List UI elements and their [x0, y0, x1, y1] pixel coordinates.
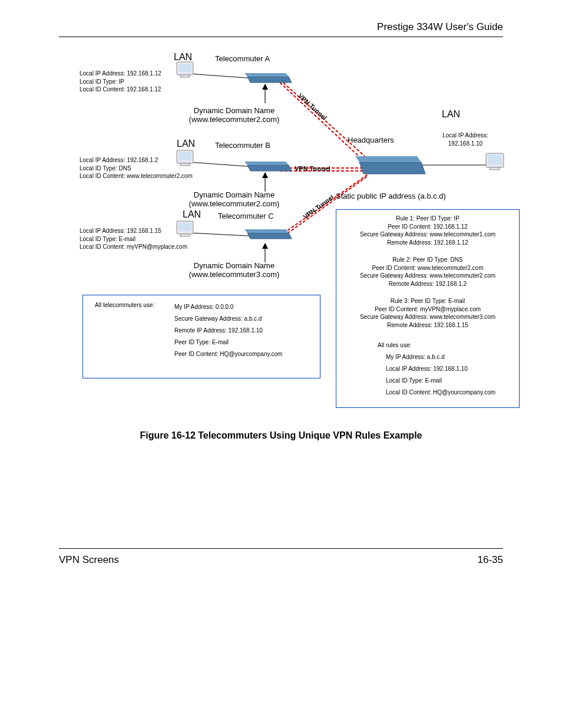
svg-line-5 [280, 83, 368, 165]
telecommuter-c-title: Telecommuter C [218, 212, 274, 220]
router-c-icon [244, 229, 292, 239]
hq-r1d: Remote Address: 192.168.1.12 [342, 239, 513, 247]
router-a-icon [244, 73, 292, 83]
page-header-title: Prestige 334W User's Guide [377, 21, 503, 33]
figure-caption: Figure 16-12 Telecommuters Using Unique … [0, 430, 562, 441]
telecommuter-a-title: Telecommuter A [215, 54, 270, 63]
hq-r1c: Secure Gateway Address: www.telecommuter… [342, 230, 513, 239]
lan-a-label: LAN [174, 52, 192, 62]
svg-marker-22 [359, 162, 425, 174]
svg-marker-23 [355, 156, 421, 162]
hq-rules-box: Rule 1: Peer ID Type: IP Peer ID Content… [336, 209, 520, 408]
node-b-l1: Local IP Address: 192.168.1.2 [80, 156, 193, 164]
hq-alltitle: All rules use: [378, 340, 495, 351]
vpn-tunnel-b-label: VPN Tunnel [295, 165, 330, 172]
ddn-c-2: (www.telecommuter3.com) [177, 270, 292, 279]
header-rule [59, 37, 503, 37]
pc-hq-icon [486, 153, 504, 170]
ddn-c: Dynamic Domain Name (www.telecommuter3.c… [177, 261, 292, 279]
tcbox-l5: Peer ID Content: HQ@yourcompany.com [174, 348, 282, 360]
hq-allrules: All rules use: My IP Address: a.b.c.d Lo… [378, 340, 495, 398]
telecommuter-b-title: Telecommuter B [215, 141, 270, 150]
svg-rect-35 [490, 167, 500, 170]
hq-local-ip-l1: Local IP Address: [424, 131, 507, 140]
document-page: Prestige 334W User's Guide [0, 0, 562, 728]
ddn-c-1: Dynamic Domain Name [177, 261, 292, 270]
hq-rule3: Rule 3: Peer ID Type: E-mail Peer ID Con… [342, 297, 513, 329]
svg-rect-34 [488, 155, 502, 164]
router-b-icon [244, 162, 292, 171]
svg-marker-16 [247, 77, 292, 83]
svg-marker-13 [262, 172, 268, 178]
footer-section: VPN Screens [59, 554, 119, 566]
svg-rect-25 [178, 64, 191, 72]
svg-marker-17 [244, 73, 289, 77]
svg-rect-26 [180, 75, 190, 77]
hq-r2b: Peer ID Content: www.telecommuter2.com [342, 264, 513, 272]
hq-a2: Local IP Address: 192.168.1.10 [386, 363, 495, 375]
ddn-a-1: Dynamic Domain Name [177, 106, 292, 115]
hq-r1a: Rule 1: Peer ID Type: IP [342, 215, 513, 223]
arrow-c [262, 243, 268, 262]
ddn-b-2: (www.telecommuter2.com) [177, 199, 292, 208]
hq-r2a: Rule 2: Peer ID Type: DNS [342, 256, 513, 264]
node-c-l3: Local ID Content: myVPN@myplace.com [80, 243, 187, 251]
hq-rule2: Rule 2: Peer ID Type: DNS Peer ID Conten… [342, 256, 513, 288]
node-b-l2: Local ID Type: DNS [80, 164, 193, 173]
telecommuter-box-body: My IP Address: 0.0.0.0 Secure Gateway Ad… [174, 301, 282, 360]
footer-rule [59, 548, 503, 549]
hq-r3b: Peer ID Content: myVPN@myplace.com [342, 305, 513, 314]
arrow-b [262, 172, 268, 192]
tcbox-l2: Secure Gateway Address: a.b.c.d [174, 313, 282, 325]
hq-r1b: Peer ID Content: 192.168.1.12 [342, 223, 513, 231]
hq-title: Headquarters [348, 136, 394, 144]
tcbox-l4: Peer ID Type: E-mail [174, 337, 282, 348]
hq-r2d: Remote Address: 192.168.1.2 [342, 280, 513, 288]
telecommuter-box-title: All telecommuters use: [95, 301, 154, 309]
node-a-l3: Local ID Content: 192.168.1.12 [80, 85, 161, 94]
svg-marker-19 [244, 162, 289, 165]
hq-local-ip-l2: 192.168.1.10 [424, 140, 507, 148]
lan-b-label: LAN [177, 139, 195, 149]
node-c-l2: Local ID Type: E-mail [80, 235, 187, 243]
lan-c-label: LAN [183, 209, 201, 220]
hq-a3: Local ID Type: E-mail [386, 375, 495, 387]
hq-local-ip: Local IP Address: 192.168.1.10 [424, 131, 507, 147]
figure-diagram: LAN Telecommuter A LAN Telecommuter B LA… [59, 47, 518, 413]
hq-a1: My IP Address: a.b.c.d [386, 351, 495, 363]
tcbox-l3: Remote IP Address: 192.168.1.10 [174, 325, 282, 337]
ddn-b-1: Dynamic Domain Name [177, 190, 292, 199]
svg-line-4 [280, 80, 371, 162]
svg-marker-11 [262, 84, 268, 90]
tcbox-l1: My IP Address: 0.0.0.0 [174, 301, 282, 313]
lan-hq-label: LAN [442, 109, 460, 120]
node-c-l1: Local IP Address: 192.168.1.15 [80, 227, 187, 235]
ddn-a: Dynamic Domain Name (www.telecommuter2.c… [177, 106, 292, 124]
hq-r3c: Secure Gateway Address: www.telecommuter… [342, 313, 513, 321]
node-a-info: Local IP Address: 192.168.1.12 Local ID … [80, 70, 161, 94]
router-hq-icon [355, 156, 425, 174]
hq-r3d: Remote Address: 192.168.1.15 [342, 321, 513, 330]
node-b-info: Local IP Address: 192.168.1.2 Local ID T… [80, 156, 193, 180]
node-a-l2: Local ID Type: IP [80, 78, 161, 86]
node-b-l3: Local ID Content: www.telecommuter2.com [80, 172, 193, 180]
arrow-a [262, 84, 268, 103]
pc-a-icon [177, 62, 193, 77]
svg-marker-21 [244, 229, 289, 233]
node-a-l1: Local IP Address: 192.168.1.12 [80, 70, 161, 78]
ddn-b: Dynamic Domain Name (www.telecommuter2.c… [177, 190, 292, 208]
svg-marker-18 [247, 165, 292, 171]
node-c-info: Local IP Address: 192.168.1.15 Local ID … [80, 227, 187, 251]
footer-page: 16-35 [478, 554, 503, 566]
hq-rule1: Rule 1: Peer ID Type: IP Peer ID Content… [342, 215, 513, 246]
hq-a4: Local ID Content: HQ@yourcompany.com [386, 387, 495, 398]
telecommuter-rules-box: All telecommuters use: My IP Address: 0.… [82, 295, 320, 378]
hq-r3a: Rule 3: Peer ID Type: E-mail [342, 297, 513, 305]
ddn-a-2: (www.telecommuter2.com) [177, 115, 292, 124]
svg-marker-20 [247, 233, 292, 239]
hq-r2c: Secure Gateway Address: www.telecommuter… [342, 272, 513, 280]
svg-marker-15 [262, 243, 268, 249]
static-ip-label: Static public IP address (a.b.c.d) [336, 192, 446, 200]
